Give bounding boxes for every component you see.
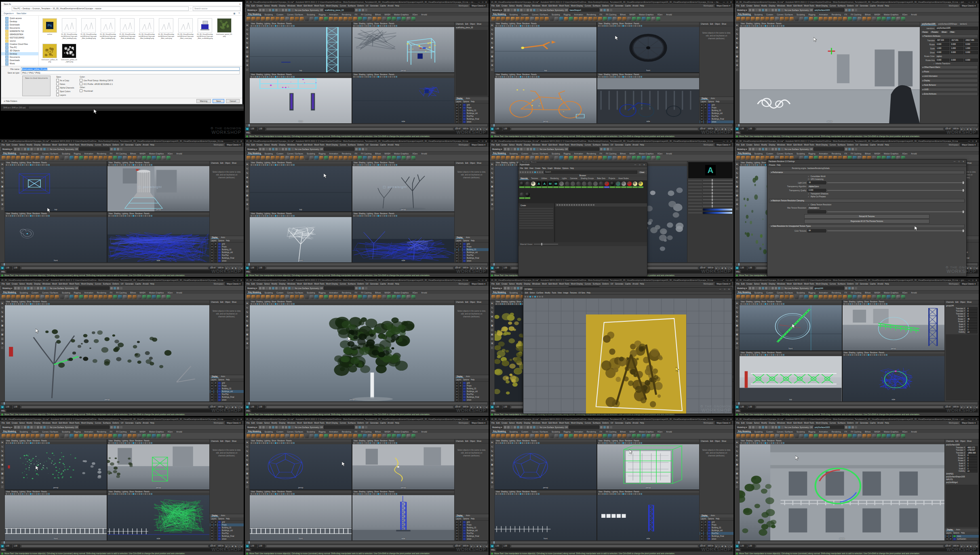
move-tool-icon[interactable]: ✥ [491,37,494,40]
panel-menu-item[interactable]: Shading [501,162,508,164]
shelf-icon[interactable] [305,295,309,299]
viewport-bar-icon[interactable] [131,215,132,217]
step-back-icon[interactable]: ‹ [719,267,720,269]
viewport-bar-icon[interactable] [506,303,507,305]
viewport-bar-icon[interactable] [856,303,857,305]
selection-name-field[interactable]: scaffolding_piece_03 [324,8,354,12]
viewport-bar-icon[interactable] [8,164,9,166]
channel-menu-item[interactable]: Object [470,23,475,25]
layer-visibility-toggle[interactable]: V [455,396,458,399]
shelf-icon[interactable] [838,17,842,21]
viewport-bar-icon[interactable] [38,215,40,217]
menu-item[interactable]: Mesh Tools [314,283,325,285]
status-icon[interactable] [40,287,42,289]
viewport-bar-icon[interactable] [32,493,34,495]
viewport-bar-icon[interactable] [283,76,285,78]
viewport-bar-icon[interactable] [22,164,23,166]
time-slider[interactable] [245,262,489,266]
viewport-bar-icon[interactable] [357,493,359,495]
status-icon[interactable] [355,426,358,428]
paint-select-tool-icon[interactable]: ✎ [1,171,4,175]
close-icon[interactable]: ✕ [240,279,242,281]
transform-value-field[interactable]: 0.000 [964,51,978,54]
viewport-bar-icon[interactable] [390,493,391,495]
play-forward-icon[interactable]: ► [969,267,972,269]
viewport-bar-icon[interactable] [24,442,25,444]
workspace-dropdown[interactable]: Maya Classic ▾ [960,4,977,7]
menu-item[interactable]: File [736,143,740,146]
shelf-icon[interactable] [411,156,415,160]
status-icon[interactable] [781,148,784,150]
select-tool-icon[interactable]: ➤ [491,441,494,444]
hypershade-toolbar-icon[interactable] [529,171,531,173]
transform-value-field[interactable]: -607.329 [936,39,949,42]
shelf-icon[interactable] [324,295,328,299]
breadcrumb-item[interactable]: This PC [13,7,21,10]
layer-menu-item[interactable]: Help [471,379,474,381]
panel-menu-item[interactable]: Shading [501,301,508,303]
menu-item[interactable]: Edit Mesh [303,283,312,285]
panel-menu-item[interactable]: Show [272,74,276,76]
layer-visibility-toggle[interactable]: V [455,523,458,526]
viewport-bar-icon[interactable] [781,25,782,27]
panel-menu-item[interactable]: Lighting [122,491,128,493]
layout-split-icon[interactable]: ◫ [736,337,739,340]
viewport-bar-icon[interactable] [497,76,499,78]
viewport-pane[interactable]: ViewShadingLightingShowRendererPanelsfro… [597,22,699,72]
layer-menu-item[interactable]: Help [716,101,719,103]
channel-menu-item[interactable]: Object [715,23,720,25]
viewport-bar-icon[interactable] [355,25,357,27]
status-icon[interactable] [752,426,754,428]
panel-menu-item[interactable]: Show [516,491,521,493]
viewport-bar-icon[interactable] [598,493,600,495]
panel-menu-item[interactable]: View [496,74,500,76]
warning-button[interactable]: Warning [196,99,211,103]
viewport-bar-icon[interactable] [626,442,628,444]
lasso-tool-icon[interactable]: ∿ [1,167,4,170]
shelf-icon[interactable] [843,434,847,438]
menu-item[interactable]: Display [769,422,775,424]
shelf-icon[interactable] [545,434,549,438]
lasso-tool-icon[interactable]: ∿ [246,445,249,448]
layer-playback-toggle[interactable] [214,254,217,257]
viewport-bar-icon[interactable] [849,354,851,356]
menu-item[interactable]: Modify [516,143,523,146]
shelf-icon[interactable] [598,434,602,438]
viewport-bar-icon[interactable] [499,442,501,444]
animation-start-field[interactable]: 1.00 [258,405,265,409]
menu-item[interactable]: Edit [251,4,255,7]
panel-menu-item[interactable]: Shading [604,23,611,25]
shelf-icon[interactable] [506,17,510,21]
layer-color-swatch[interactable] [218,535,221,538]
viewport-bar-icon[interactable] [375,442,377,444]
shelf-icon[interactable] [363,156,367,160]
menu-item[interactable]: Generate [615,422,624,424]
layer-playback-toggle[interactable]: P [459,384,462,387]
go-to-end-icon[interactable]: »| [730,267,733,269]
shelf-icon[interactable] [271,156,275,160]
slider-knob[interactable] [712,186,713,188]
viewport-bar-icon[interactable] [357,215,359,217]
viewport-bar-icon[interactable] [632,442,634,444]
viewport-bar-icon[interactable] [263,164,264,166]
viewport-bar-icon[interactable] [265,164,266,166]
panel-menu-item[interactable]: Show [516,74,521,76]
command-input[interactable] [251,270,487,273]
layer-tab[interactable]: Anim [710,97,716,100]
shelf-icon[interactable] [901,434,905,438]
viewport-bar-icon[interactable] [151,493,152,495]
hypershade-toolbar-icon[interactable] [527,171,529,173]
layer-color-swatch[interactable] [953,535,956,538]
viewport-bar-icon[interactable] [392,215,393,217]
viewport-bar-icon[interactable] [504,303,505,305]
viewport-bar-icon[interactable] [34,493,36,495]
viewport-bar-icon[interactable] [600,493,602,495]
window-menu-item[interactable]: Textures [570,292,577,294]
layout-split-icon[interactable]: ◫ [491,59,494,62]
viewport-bar-icon[interactable] [775,25,776,27]
viewport-pane[interactable]: ViewShadingLightingShowRendererPanelsper… [5,439,107,490]
viewport-pane[interactable]: ViewShadingLightingShowRendererPanelsper… [495,439,596,490]
status-icon[interactable] [536,426,539,428]
shelf-icon[interactable] [584,156,588,160]
panel-menu-item[interactable]: Show [374,162,379,164]
